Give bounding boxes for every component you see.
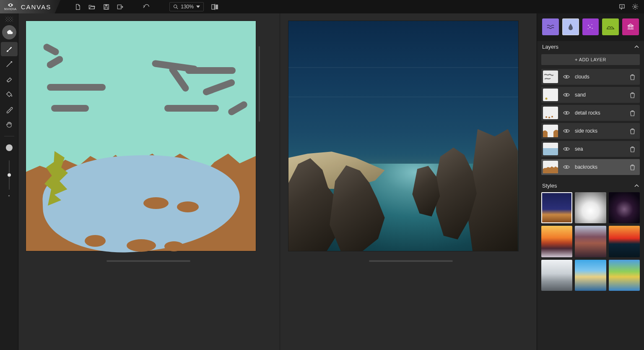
app-title: CANVAS xyxy=(21,3,52,10)
layer-thumbnail xyxy=(543,71,558,83)
new-file-button[interactable] xyxy=(71,2,84,12)
svg-point-28 xyxy=(566,76,567,78)
tool-material[interactable] xyxy=(2,25,16,39)
segmentation-canvas[interactable] xyxy=(26,21,256,251)
layer-thumbnail xyxy=(543,143,558,155)
style-preset[interactable] xyxy=(609,192,640,223)
style-preset[interactable] xyxy=(609,260,640,291)
tool-fill[interactable] xyxy=(2,87,16,102)
layer-name: sand xyxy=(575,92,624,98)
visibility-toggle[interactable] xyxy=(562,109,571,117)
visibility-toggle[interactable] xyxy=(562,127,571,135)
droplet-icon xyxy=(568,23,574,31)
landmark-icon xyxy=(627,23,634,31)
svg-point-34 xyxy=(566,112,567,114)
undo-button[interactable] xyxy=(140,2,153,12)
styles-header[interactable]: Styles xyxy=(537,180,644,191)
tool-sidebar xyxy=(0,13,18,350)
right-panel: Layers + ADD LAYER cloudssanddetail rock… xyxy=(537,13,644,350)
svg-point-22 xyxy=(588,25,589,26)
svg-point-33 xyxy=(551,116,553,118)
layer-name: backrocks xyxy=(575,164,624,170)
svg-point-35 xyxy=(566,130,567,132)
layers-header[interactable]: Layers xyxy=(537,41,644,52)
brush-size-slider[interactable] xyxy=(5,158,13,192)
style-preset[interactable] xyxy=(609,226,640,257)
material-sky[interactable] xyxy=(562,18,579,35)
layer-row[interactable]: backrocks xyxy=(541,159,640,175)
mini-vertical-scrollbar[interactable] xyxy=(259,46,260,122)
seg-cloud xyxy=(185,67,236,74)
visibility-toggle[interactable] xyxy=(562,73,571,81)
separator xyxy=(4,136,14,136)
render-panel xyxy=(288,21,534,344)
save-file-button[interactable] xyxy=(100,2,112,12)
zoom-control[interactable]: 130% xyxy=(169,2,204,11)
visibility-toggle[interactable] xyxy=(562,163,571,171)
segmentation-panel xyxy=(26,21,271,344)
svg-line-6 xyxy=(177,8,178,9)
style-preset[interactable] xyxy=(575,226,606,257)
visibility-toggle[interactable] xyxy=(562,145,571,153)
style-preset[interactable] xyxy=(541,192,572,223)
svg-line-19 xyxy=(637,5,637,5)
svg-rect-7 xyxy=(212,4,214,9)
feedback-button[interactable] xyxy=(615,2,628,12)
style-preset[interactable] xyxy=(575,192,606,223)
add-layer-button[interactable]: + ADD LAYER xyxy=(541,54,640,65)
settings-button[interactable] xyxy=(629,2,641,12)
tool-pan[interactable] xyxy=(2,118,16,132)
open-file-button[interactable] xyxy=(86,2,98,12)
layer-thumbnail xyxy=(543,89,558,101)
tool-brush[interactable] xyxy=(1,42,18,56)
material-structure[interactable] xyxy=(622,18,639,35)
seg-blob xyxy=(85,235,106,247)
layer-row[interactable]: sand xyxy=(541,87,640,103)
svg-point-31 xyxy=(545,116,547,118)
search-icon xyxy=(173,4,178,9)
file-actions: 130% xyxy=(71,2,221,12)
horizontal-scrollbar[interactable] xyxy=(106,260,190,262)
visibility-toggle[interactable] xyxy=(562,91,571,99)
svg-line-18 xyxy=(637,8,637,9)
style-preset[interactable] xyxy=(575,260,606,291)
delete-layer-button[interactable] xyxy=(628,163,636,171)
layer-row[interactable]: sea xyxy=(541,141,640,157)
tool-line[interactable] xyxy=(2,57,16,71)
delete-layer-button[interactable] xyxy=(628,145,636,153)
delete-layer-button[interactable] xyxy=(628,73,636,81)
material-stars[interactable] xyxy=(582,18,599,35)
delete-layer-button[interactable] xyxy=(628,91,636,99)
layer-row[interactable]: detail rocks xyxy=(541,105,640,121)
tool-eraser[interactable] xyxy=(2,72,16,86)
seg-blob xyxy=(164,241,184,251)
layer-thumbnail xyxy=(543,107,558,119)
style-preset[interactable] xyxy=(541,226,572,257)
nvidia-logo-icon: NVIDIA xyxy=(4,3,17,11)
seg-cloud xyxy=(47,84,106,91)
brush-size-preview[interactable] xyxy=(2,141,16,155)
delete-layer-button[interactable] xyxy=(628,109,636,117)
split-divider[interactable] xyxy=(280,13,280,350)
svg-rect-8 xyxy=(216,4,218,9)
tool-eyedropper[interactable] xyxy=(2,102,16,117)
svg-point-21 xyxy=(11,95,12,97)
svg-point-36 xyxy=(566,148,567,150)
horizontal-scrollbar[interactable] xyxy=(369,260,453,262)
material-hill[interactable] xyxy=(602,18,619,35)
svg-point-24 xyxy=(589,26,591,28)
brand: NVIDIA CANVAS xyxy=(0,0,60,13)
layer-row[interactable]: clouds xyxy=(541,69,640,85)
material-water[interactable] xyxy=(542,18,559,35)
brush-dot-icon xyxy=(6,144,13,151)
svg-point-5 xyxy=(174,5,177,8)
render-canvas[interactable] xyxy=(288,21,518,251)
svg-line-20 xyxy=(633,8,634,9)
delete-layer-button[interactable] xyxy=(628,127,636,135)
seg-blob xyxy=(143,197,169,209)
layer-row[interactable]: side rocks xyxy=(541,123,640,139)
compare-split-button[interactable] xyxy=(209,2,221,12)
style-preset[interactable] xyxy=(541,260,572,291)
export-button[interactable] xyxy=(114,2,127,12)
svg-rect-3 xyxy=(105,7,108,9)
